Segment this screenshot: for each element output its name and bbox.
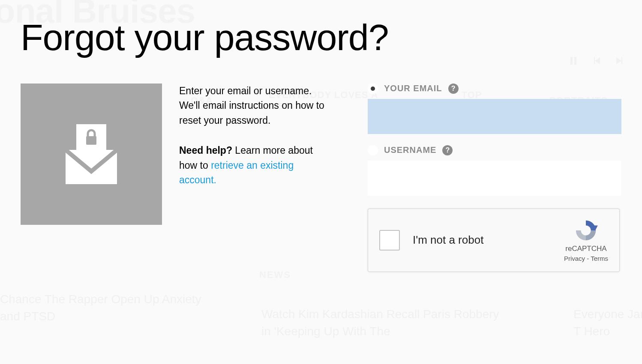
recaptcha-widget: I'm not a robot reCAPTCHA Privacy - Term… [368,209,620,272]
email-input[interactable] [368,99,621,134]
recaptcha-terms-link[interactable]: Terms [591,255,608,262]
recaptcha-checkbox[interactable] [379,230,400,251]
recaptcha-privacy-link[interactable]: Privacy [564,255,585,262]
help-icon[interactable]: ? [448,84,459,94]
form-column: YOUR EMAIL ? USERNAME ? I'm not a robot [351,84,621,272]
recaptcha-icon [573,218,598,243]
recaptcha-links: Privacy - Terms [564,255,608,262]
username-radio[interactable] [368,145,378,155]
recaptcha-label: I'm not a robot [413,233,564,247]
email-field-group: YOUR EMAIL ? [368,84,621,134]
username-field-group: USERNAME ? [368,145,621,196]
help-icon[interactable]: ? [442,145,453,155]
help-prefix: Need help? [179,145,232,156]
help-text: Need help? Learn more about how to retri… [179,143,333,188]
recaptcha-brand: reCAPTCHA Privacy - Terms [564,218,608,262]
email-radio[interactable] [368,84,378,94]
page-title: Forgot your password? [21,17,621,58]
envelope-lock-illustration [21,84,162,225]
instructions-text: Enter your email or username. We'll emai… [179,84,333,128]
email-label: YOUR EMAIL [384,84,442,93]
instructions-column: Enter your email or username. We'll emai… [179,84,333,272]
username-label: USERNAME [384,145,436,155]
forgot-password-modal: Forgot your password? Enter your email o… [0,0,642,272]
username-input[interactable] [368,161,621,196]
recaptcha-brand-text: reCAPTCHA [565,245,606,253]
svg-rect-3 [86,136,96,145]
envelope-lock-icon [57,120,126,188]
